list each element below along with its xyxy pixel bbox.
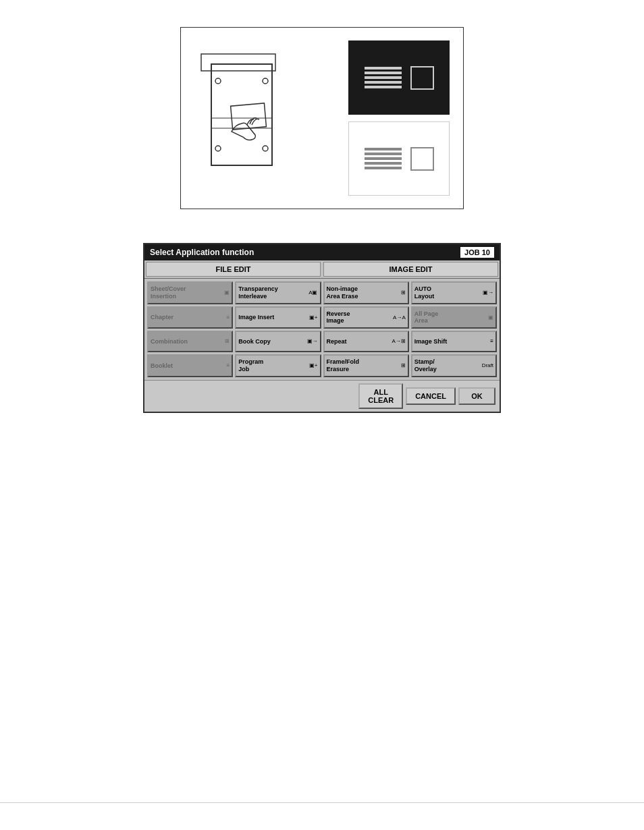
image-shift-button[interactable]: Image Shift ≡ (411, 331, 497, 352)
transparency-button[interactable]: TransparencyInterleave A▣ (235, 281, 321, 304)
function-buttons-grid: Sheet/CoverInsertion ▣ TransparencyInter… (144, 279, 500, 380)
all-clear-button[interactable]: ALLCLEAR (358, 383, 403, 409)
svg-point-3 (215, 146, 221, 151)
reverse-image-button[interactable]: ReverseImage A→A (323, 306, 409, 329)
file-edit-header: FILE EDIT (146, 262, 321, 277)
frame-fold-button[interactable]: Frame/FoldErasure ⊞ (323, 354, 409, 377)
svg-point-5 (263, 146, 268, 151)
illustration-container (0, 0, 644, 229)
illustration-box (180, 27, 464, 209)
select-application-dialog: Select Application function JOB 10 FILE … (143, 243, 501, 413)
cancel-button[interactable]: CANCEL (406, 387, 456, 405)
combination-button[interactable]: Combination ⊞ (147, 331, 233, 352)
preview-panel-dark (348, 40, 450, 115)
image-edit-header: IMAGE EDIT (323, 262, 498, 277)
non-image-button[interactable]: Non-imageArea Erase ⊞ (323, 281, 409, 304)
ok-button[interactable]: OK (458, 387, 495, 405)
dialog-title: Select Application function (150, 248, 254, 257)
book-copy-button[interactable]: Book Copy ▣→ (235, 331, 321, 352)
job-badge: JOB 10 (460, 247, 494, 258)
repeat-button[interactable]: Repeat A→⊞ (323, 331, 409, 352)
svg-point-4 (263, 78, 268, 84)
section-headers: FILE EDIT IMAGE EDIT (144, 260, 500, 279)
preview-panel-light (348, 121, 450, 196)
dialog-wrapper: Select Application function JOB 10 FILE … (0, 243, 644, 413)
booklet-button[interactable]: Booklet ≡ (147, 354, 233, 377)
svg-point-2 (215, 78, 221, 84)
auto-layout-button[interactable]: AUTOLayout ▣→ (411, 281, 497, 304)
dialog-footer: ALLCLEAR CANCEL OK (144, 380, 500, 412)
svg-rect-1 (201, 54, 275, 71)
preview-panels (348, 40, 450, 196)
all-page-area-button[interactable]: All PageArea ▣ (411, 306, 497, 329)
dialog-titlebar: Select Application function JOB 10 (144, 244, 500, 260)
program-job-button[interactable]: ProgramJob ▣+ (235, 354, 321, 377)
image-insert-button[interactable]: Image Insert ▣+ (235, 306, 321, 329)
sheet-cover-button[interactable]: Sheet/CoverInsertion ▣ (147, 281, 233, 304)
bottom-rule (0, 802, 644, 803)
copier-drawing (194, 44, 302, 192)
stamp-overlay-button[interactable]: Stamp/Overlay Draft (411, 354, 497, 377)
chapter-button[interactable]: Chapter ≡ (147, 306, 233, 329)
